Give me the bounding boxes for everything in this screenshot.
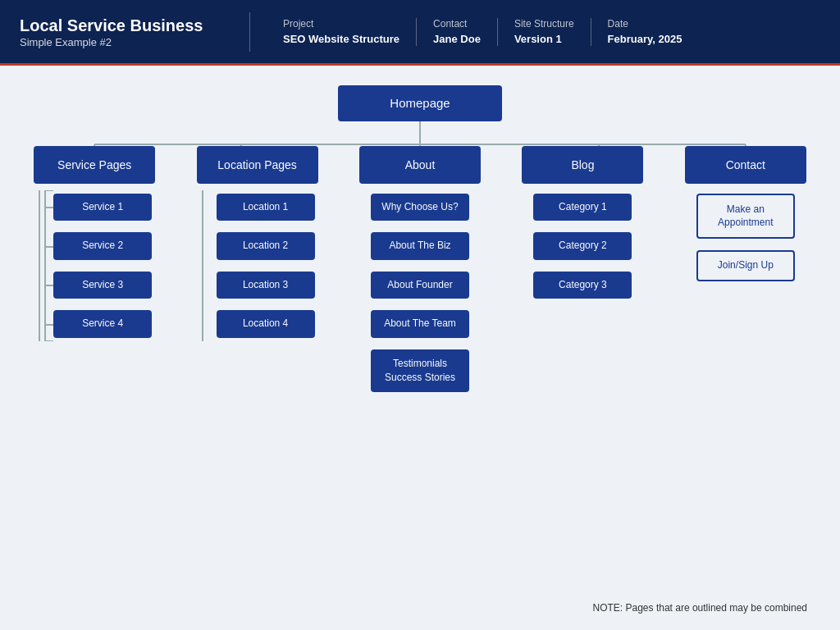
column-about: About Why Choose Us? About The Biz About… <box>339 146 501 395</box>
brand-title: Local Service Business <box>20 15 233 36</box>
why-choose-us-node[interactable]: Why Choose Us? <box>371 194 469 221</box>
blog-header[interactable]: Blog <box>522 146 643 184</box>
meta-site-structure: Site Structure Version 1 <box>498 18 591 46</box>
contact-children: Make anAppointment Join/Sign Up <box>696 190 795 285</box>
homepage-node[interactable]: Homepage <box>338 85 502 121</box>
top-connector-area <box>13 121 827 146</box>
blog-children: Category 1 Category 2 Category 3 <box>533 190 632 303</box>
header-meta: Project SEO Website Structure Contact Ja… <box>267 18 698 46</box>
column-service-pages: Service Pages Service 1 Service 2 Servic… <box>13 146 176 395</box>
column-blog: Blog Category 1 Category 2 Category 3 <box>501 146 664 395</box>
note-text: NOTE: Pages that are outlined may be com… <box>13 602 827 617</box>
meta-date: Date February, 2025 <box>591 18 699 46</box>
make-appointment-node[interactable]: Make anAppointment <box>696 194 795 240</box>
testimonials-node[interactable]: TestimonialsSuccess Stories <box>371 349 469 392</box>
date-label: Date <box>608 18 682 30</box>
about-founder-node[interactable]: About Founder <box>371 272 469 299</box>
service-3-node[interactable]: Service 3 <box>53 272 152 299</box>
location-pages-children-area: Location 1 Location 2 Location 3 Locatio… <box>200 190 315 341</box>
column-location-pages: Location Pages Location 1 Location 2 Loc… <box>176 146 338 395</box>
column-contact: Contact Make anAppointment Join/Sign Up <box>664 146 827 395</box>
location-pages-children: Location 1 Location 2 Location 3 Locatio… <box>217 190 315 341</box>
category-3-node[interactable]: Category 3 <box>533 272 632 299</box>
about-the-team-node[interactable]: About The Team <box>371 310 469 338</box>
service-pages-children-area: Service 1 Service 2 Service 3 Service 4 <box>37 190 152 341</box>
meta-contact: Contact Jane Doe <box>417 18 498 46</box>
homepage-row: Homepage <box>338 85 502 121</box>
header-divider <box>249 12 250 52</box>
join-sign-up-node[interactable]: Join/Sign Up <box>696 250 795 281</box>
project-value: SEO Website Structure <box>283 33 399 45</box>
about-children: Why Choose Us? About The Biz About Found… <box>371 190 469 395</box>
location-1-node[interactable]: Location 1 <box>217 194 315 221</box>
service-1-node[interactable]: Service 1 <box>53 194 152 221</box>
service-2-node[interactable]: Service 2 <box>53 232 152 260</box>
header: Local Service Business Simple Example #2… <box>0 0 840 66</box>
site-structure-label: Site Structure <box>514 18 574 30</box>
brand-subtitle: Simple Example #2 <box>20 36 233 48</box>
location-3-node[interactable]: Location 3 <box>217 272 315 299</box>
category-2-node[interactable]: Category 2 <box>533 232 632 260</box>
location-pages-header[interactable]: Location Pages <box>197 146 318 184</box>
brand: Local Service Business Simple Example #2 <box>20 15 233 48</box>
location-2-node[interactable]: Location 2 <box>217 232 315 260</box>
tree-diagram: Homepage Service Pages <box>13 85 827 395</box>
about-header[interactable]: About <box>359 146 481 184</box>
connector-svg <box>13 121 827 146</box>
category-1-node[interactable]: Category 1 <box>533 194 632 221</box>
site-structure-value: Version 1 <box>514 33 562 45</box>
columns-row: Service Pages Service 1 Service 2 Servic… <box>13 146 827 395</box>
main-content: Homepage Service Pages <box>0 66 840 630</box>
contact-value: Jane Doe <box>433 33 481 45</box>
meta-project: Project SEO Website Structure <box>267 18 417 46</box>
service-pages-children: Service 1 Service 2 Service 3 Service 4 <box>53 190 152 341</box>
contact-header[interactable]: Contact <box>685 146 806 184</box>
service-pages-header[interactable]: Service Pages <box>34 146 155 184</box>
service-4-node[interactable]: Service 4 <box>53 310 152 338</box>
location-4-node[interactable]: Location 4 <box>217 310 315 338</box>
about-the-biz-node[interactable]: About The Biz <box>371 232 469 260</box>
date-value: February, 2025 <box>608 33 682 45</box>
project-label: Project <box>283 18 399 30</box>
contact-label: Contact <box>433 18 481 30</box>
